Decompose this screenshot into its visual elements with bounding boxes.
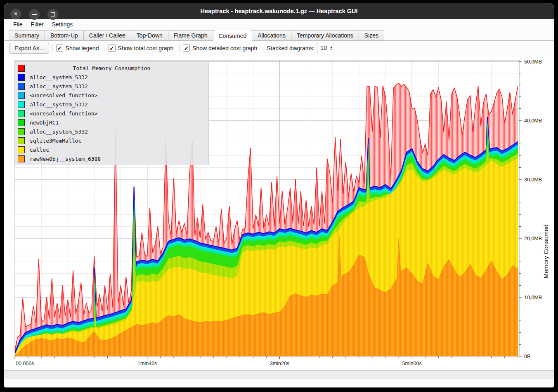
- checkbox-box[interactable]: ✓: [109, 45, 116, 52]
- checkbox-box[interactable]: ✓: [56, 45, 63, 52]
- legend-label: alloc__system_5332: [30, 74, 88, 80]
- legend-swatch: [18, 137, 25, 144]
- toolbar-separator: [179, 44, 180, 52]
- tab-summary[interactable]: Summary: [9, 30, 45, 40]
- legend-label: <unresolved function>: [30, 92, 97, 99]
- legend-label: newObjRC1: [30, 120, 59, 126]
- menu-filter[interactable]: Filter: [27, 20, 48, 28]
- window-title: Heaptrack - heaptrack.wakunode.1.gz — He…: [4, 3, 554, 19]
- tab-caller-callee[interactable]: Caller / Callee: [83, 30, 131, 40]
- legend-item: <unresolved function>: [18, 91, 206, 100]
- x-tick-label: 1min40s: [137, 361, 157, 366]
- legend-title-row: Total Memory Consumption: [18, 63, 206, 73]
- status-bar: [4, 370, 554, 379]
- y-tick-label: 40,0MB: [524, 118, 542, 124]
- legend-swatch: [18, 110, 25, 117]
- legend-label: alloc__system_5332: [30, 101, 88, 108]
- legend-item: alloc__system_5332: [18, 100, 206, 109]
- checkbox-show-total-cost-graph[interactable]: ✓Show total cost graph: [109, 45, 174, 52]
- stacked-diagrams-label: Stacked diagrams:: [267, 45, 314, 52]
- chart-legend: Total Memory Consumptionalloc__system_53…: [15, 62, 209, 165]
- spin-down-icon[interactable]: ▼: [330, 48, 333, 51]
- legend-label: sqlite3MemMalloc: [30, 138, 81, 144]
- y-tick-label: 0B: [524, 354, 530, 359]
- legend-swatch: [18, 155, 25, 162]
- checkbox-show-legend[interactable]: ✓Show legend: [56, 45, 99, 52]
- legend-item: alloc__system_5332: [18, 127, 206, 136]
- spinbox-arrows[interactable]: ▲ ▼: [328, 43, 334, 53]
- toolbar: Export As... ✓Show legend✓Show total cos…: [4, 41, 554, 55]
- tab-bar: SummaryBottom-UpCaller / CalleeTop-DownF…: [4, 30, 554, 41]
- legend-swatch: [18, 146, 25, 153]
- legend-item: alloc__system_5332: [18, 73, 206, 82]
- y-tick-label: 50,0MB: [524, 59, 542, 65]
- export-as-button[interactable]: Export As...: [9, 43, 49, 54]
- y-tick-label: 10,0MB: [524, 295, 542, 300]
- legend-swatch: [18, 92, 25, 99]
- legend-swatch: [18, 74, 25, 81]
- tab-bottom-up[interactable]: Bottom-Up: [45, 30, 84, 40]
- legend-item: newObjRC1: [18, 118, 206, 127]
- legend-item: rawNewObj__system_6388: [18, 154, 206, 163]
- legend-item: sqlite3MemMalloc: [18, 136, 206, 145]
- legend-item: <unresolved function>: [18, 109, 206, 118]
- checkbox-label: Show legend: [66, 45, 99, 52]
- legend-label: alloc__system_5332: [30, 129, 88, 135]
- y-tick-label: 20,0MB: [524, 236, 542, 242]
- menu-file[interactable]: File: [9, 20, 27, 28]
- stacked-diagrams-spinbox[interactable]: 10 ▲ ▼: [317, 43, 334, 53]
- checkbox-label: Show detailed cost graph: [192, 45, 257, 52]
- y-tick-label: 30,0MB: [524, 177, 542, 183]
- toolbar-separator: [263, 44, 263, 52]
- tab-flame-graph[interactable]: Flame Graph: [168, 30, 213, 40]
- tab-temporary-allocations[interactable]: Temporary Allocations: [291, 30, 359, 40]
- x-tick-label: 3min20s: [270, 361, 289, 366]
- legend-swatch: [18, 119, 25, 126]
- consumed-chart: 00.000s1min40s3min20s5min00s0B10,0MB20,0…: [4, 57, 554, 379]
- toolbar-separator: [105, 44, 105, 52]
- toolbar-separator: [52, 44, 53, 52]
- tab-top-down[interactable]: Top-Down: [131, 30, 168, 40]
- menu-settings[interactable]: Settings: [48, 20, 77, 28]
- legend-swatch: [18, 128, 25, 135]
- x-tick-label: 00.000s: [16, 361, 34, 366]
- legend-label: rawNewObj__system_6388: [30, 156, 101, 162]
- legend-title: Total Memory Consumption: [30, 65, 206, 71]
- legend-swatch-total: [18, 65, 25, 72]
- legend-label: alloc__system_5332: [30, 83, 88, 89]
- tab-consumed[interactable]: Consumed: [213, 30, 253, 41]
- legend-label: <unresolved function>: [30, 110, 97, 117]
- x-tick-label: 5min00s: [402, 361, 422, 366]
- legend-item: alloc__system_5332: [18, 82, 206, 91]
- menu-bar: FileFilterSettings: [4, 19, 554, 30]
- checkbox-label: Show total cost graph: [118, 45, 174, 52]
- legend-swatch: [18, 83, 25, 90]
- checkbox-box[interactable]: ✓: [183, 45, 190, 52]
- app-window: × Heaptrack - heaptrack.wakunode.1.gz — …: [4, 3, 554, 387]
- stacked-diagrams-value: 10: [317, 43, 328, 53]
- checkbox-show-detailed-cost-graph[interactable]: ✓Show detailed cost graph: [183, 45, 257, 52]
- y-axis-label: Memory Consumed: [542, 225, 549, 279]
- tab-sizes[interactable]: Sizes: [359, 30, 384, 40]
- legend-swatch: [18, 101, 25, 108]
- legend-label: calloc: [30, 147, 49, 153]
- title-bar: × Heaptrack - heaptrack.wakunode.1.gz — …: [4, 3, 554, 19]
- legend-item: calloc: [18, 145, 206, 154]
- tab-allocations[interactable]: Allocations: [252, 30, 291, 40]
